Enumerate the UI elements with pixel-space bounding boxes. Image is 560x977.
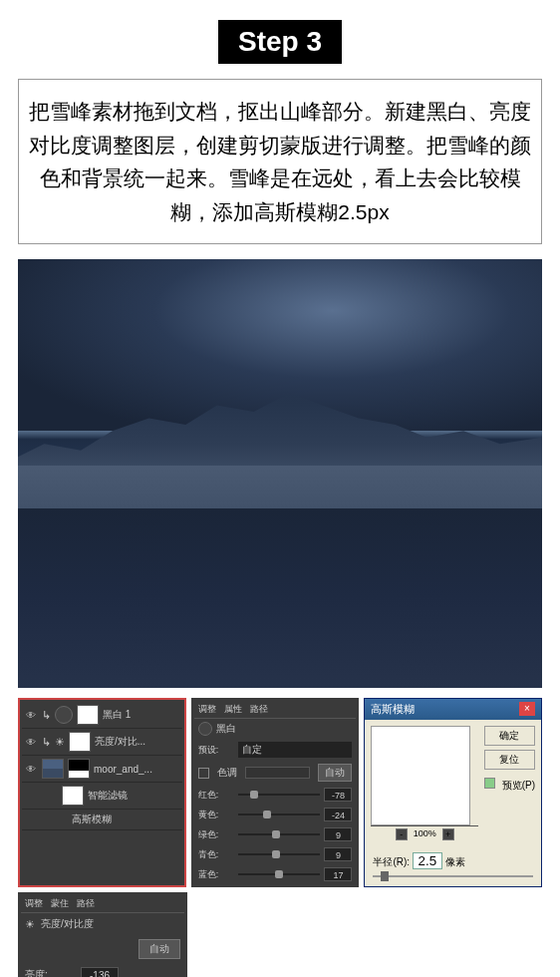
color-slider[interactable] [238, 794, 321, 796]
visibility-icon[interactable]: 👁 [24, 735, 38, 749]
step-header: Step 3 [0, 0, 560, 79]
slider-value[interactable]: -78 [324, 788, 352, 802]
instruction-text: 把雪峰素材拖到文档，抠出山峰部分。新建黑白、亮度对比度调整图层，创建剪切蒙版进行… [18, 79, 542, 244]
brightness-icon: ☀ [55, 736, 65, 749]
mask-thumb[interactable] [69, 732, 91, 752]
color-slider-row: 绿色:9 [194, 824, 357, 844]
tab[interactable]: 路径 [77, 897, 95, 910]
dialog-body: - 100% + 确定 复位 预览(P) [365, 720, 541, 848]
preview-box [371, 726, 470, 825]
slider-label: 黄色: [198, 809, 234, 821]
dialog-buttons: 确定 复位 预览(P) [484, 726, 535, 842]
layer-row[interactable]: 👁 ↳ 黑白 1 [22, 702, 182, 729]
bc-tabs: 调整 蒙住 路径 [21, 895, 184, 913]
color-slider-row: 黄色:-24 [194, 805, 357, 824]
tab[interactable]: 调整 [198, 703, 216, 716]
close-icon[interactable]: × [519, 702, 535, 716]
zoom-in-button[interactable]: + [442, 828, 454, 840]
radius-input[interactable] [413, 852, 442, 869]
preview-label: 预览(P) [502, 780, 535, 791]
visibility-icon[interactable]: 👁 [24, 708, 38, 722]
panel-title-row: ☀ 亮度/对比度 [21, 913, 184, 935]
layer-name[interactable]: 亮度/对比... [95, 735, 180, 749]
tab[interactable]: 路径 [250, 703, 268, 716]
radius-slider[interactable] [373, 875, 533, 877]
zoom-value: 100% [414, 828, 436, 840]
auto-row: 自动 [21, 935, 184, 963]
layer-name[interactable]: 智能滤镜 [88, 789, 180, 803]
panel-title-row: 黑白 [194, 719, 357, 739]
brightness-label: 亮度: [25, 968, 75, 977]
slider-value[interactable]: 9 [324, 827, 352, 841]
main-canvas [18, 259, 542, 688]
brightness-value[interactable]: -136 [81, 967, 119, 977]
auto-button[interactable]: 自动 [318, 764, 352, 782]
color-slider-row: 青色:9 [194, 844, 357, 864]
radius-label: 半径(R): [373, 856, 410, 867]
color-slider[interactable] [238, 873, 321, 875]
preview-checkbox[interactable] [484, 778, 495, 789]
slider-thumb[interactable] [250, 791, 258, 799]
mask-thumb[interactable] [68, 759, 90, 779]
tint-row: 色调 自动 [194, 761, 357, 785]
layer-name[interactable]: moor_and_... [94, 764, 180, 775]
tab[interactable]: 属性 [224, 703, 242, 716]
slider-label: 蓝色: [198, 868, 234, 881]
zoom-out-button[interactable]: - [396, 828, 408, 840]
preview-check-row: 预览(P) [484, 778, 535, 793]
auto-button[interactable]: 自动 [139, 939, 180, 959]
slider-value[interactable]: -24 [324, 808, 352, 821]
bw-properties-panel: 调整 属性 路径 黑白 预设: 自定 色调 自动 红色:-78黄色:-24绿色:… [191, 698, 360, 887]
layer-row[interactable]: 👁 ↳ ☀ 亮度/对比... [22, 729, 182, 756]
brightness-panel: 调整 蒙住 路径 ☀ 亮度/对比度 自动 亮度: -136 对比度: -4 使用… [18, 892, 187, 977]
radius-unit: 像素 [445, 856, 465, 867]
slider-thumb[interactable] [381, 871, 389, 881]
layer-row[interactable]: 高斯模糊 [22, 810, 182, 830]
slider-thumb[interactable] [275, 870, 283, 878]
slider-value[interactable]: 17 [324, 867, 352, 881]
slider-thumb[interactable] [263, 811, 271, 818]
preset-row: 预设: 自定 [194, 739, 357, 761]
slider-label: 红色: [198, 789, 234, 802]
layer-row[interactable]: 智能滤镜 [22, 783, 182, 810]
slider-value[interactable]: 9 [324, 847, 352, 861]
gaussian-blur-dialog: 高斯模糊 × - 100% + 确定 复位 预览(P) [364, 698, 542, 887]
step-badge: Step 3 [218, 20, 342, 64]
color-slider-row: 蓝色:17 [194, 864, 357, 884]
radius-row: 半径(R): 像素 [365, 848, 541, 881]
bw-sliders: 红色:-78黄色:-24绿色:9青色:9蓝色:17 [194, 785, 357, 884]
brightness-icon: ☀ [25, 918, 35, 931]
props-tabs: 调整 属性 路径 [194, 701, 357, 719]
tab[interactable]: 蒙住 [51, 897, 69, 910]
slider-thumb[interactable] [272, 850, 280, 858]
color-slider[interactable] [238, 814, 321, 815]
color-slider-row: 红色:-78 [194, 785, 357, 805]
layer-thumb[interactable] [42, 759, 64, 779]
mask-thumb[interactable] [77, 705, 99, 725]
dialog-title-text: 高斯模糊 [371, 702, 415, 717]
cancel-button[interactable]: 复位 [484, 750, 535, 770]
tint-checkbox[interactable] [198, 768, 209, 779]
bw-icon [198, 722, 212, 736]
color-slider[interactable] [238, 853, 321, 855]
slider-thumb[interactable] [272, 830, 280, 838]
preset-label: 预设: [198, 744, 234, 757]
layer-row[interactable]: 👁 moor_and_... [22, 756, 182, 783]
filter-thumb[interactable] [62, 786, 84, 806]
layer-name[interactable]: 高斯模糊 [72, 813, 180, 826]
tint-swatch[interactable] [245, 767, 311, 779]
tab[interactable]: 调整 [25, 897, 43, 910]
ground-area [18, 508, 542, 689]
preset-select[interactable]: 自定 [238, 742, 353, 758]
layer-name[interactable]: 黑白 1 [103, 708, 180, 722]
panels-row: 👁 ↳ 黑白 1 👁 ↳ ☀ 亮度/对比... 👁 moor_and_... 智… [18, 698, 542, 887]
slider-label: 绿色: [198, 828, 234, 841]
clip-icon: ↳ [42, 736, 51, 749]
adj-icon [55, 706, 73, 724]
visibility-icon[interactable]: 👁 [24, 762, 38, 776]
ok-button[interactable]: 确定 [484, 726, 535, 746]
dialog-titlebar[interactable]: 高斯模糊 × [365, 699, 541, 720]
slider-label: 青色: [198, 848, 234, 861]
color-slider[interactable] [238, 833, 321, 835]
zoom-row: - 100% + [371, 825, 477, 842]
